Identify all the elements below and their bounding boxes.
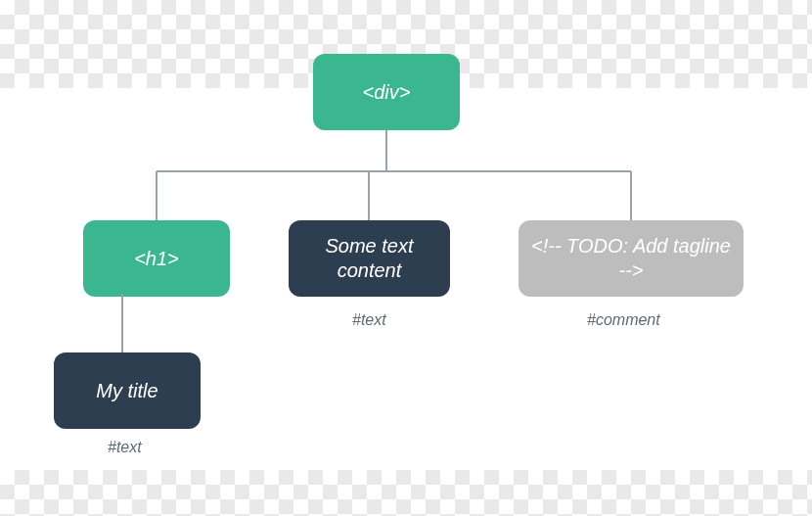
caption-text: #text: [352, 311, 386, 329]
diagram-stage: <div> <h1> Some text content #text <!-- …: [0, 0, 812, 516]
caption-my-title: #text: [108, 439, 142, 456]
caption-comment: #comment: [587, 311, 660, 329]
